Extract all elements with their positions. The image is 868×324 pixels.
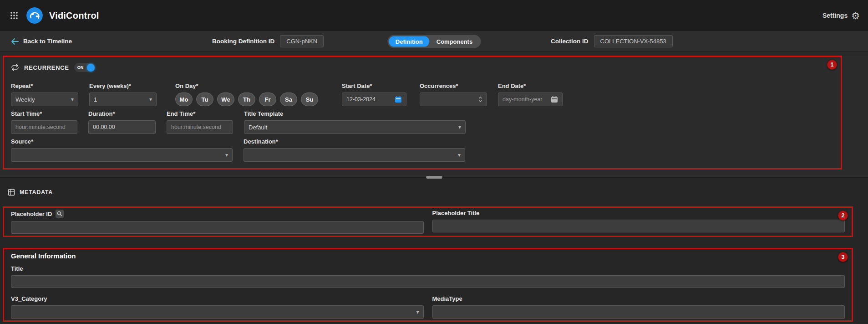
title-template-select[interactable]: Default ▾ — [244, 120, 466, 134]
every-weeks-select[interactable]: 1 ▾ — [89, 93, 157, 106]
v3-category-select[interactable]: ▾ — [11, 305, 424, 319]
day-button-sa[interactable]: Sa — [280, 93, 297, 106]
end-date-control — [498, 93, 563, 106]
definition-components-switch: Definition Components — [387, 35, 481, 48]
destination-field: Destination* ▾ — [244, 138, 465, 162]
chevron-down-icon: ▾ — [149, 97, 152, 102]
section-divider — [0, 177, 868, 178]
end-date-field: End Date* — [498, 82, 563, 106]
grid-icon — [8, 189, 15, 196]
recurrence-header: RECURRENCE ON — [11, 63, 834, 72]
breadcrumb-bar: Back to Timeline Booking Definition ID C… — [0, 31, 868, 52]
vidicontrol-logo-icon — [26, 7, 43, 24]
back-arrow-icon — [11, 38, 19, 45]
placeholder-id-input[interactable] — [11, 221, 424, 234]
day-button-group: Mo Tu We Th Fr Sa Su — [175, 93, 318, 106]
tab-components[interactable]: Components — [430, 36, 479, 46]
occurrences-field: Occurrences* — [420, 82, 487, 106]
placeholder-title-field: Placeholder Title — [432, 210, 845, 234]
media-type-label: MediaType — [432, 295, 845, 302]
placeholder-id-label: Placeholder ID — [11, 211, 52, 217]
source-field: Source* ▾ — [11, 138, 233, 162]
on-day-field: On Day* Mo Tu We Th Fr Sa Su — [175, 82, 318, 106]
day-button-su[interactable]: Su — [301, 93, 318, 106]
title-input[interactable] — [11, 275, 845, 288]
general-information-annotated-panel: 3 General Information Title V3_Category … — [3, 248, 853, 322]
recurrence-row-2: Start Time* Duration* End Time* — [11, 110, 834, 134]
tab-definition[interactable]: Definition — [389, 36, 430, 46]
booking-definition-id-value: CGN-pNKN — [280, 35, 324, 47]
placeholder-title-input[interactable] — [432, 220, 845, 232]
toggle-thumb — [87, 64, 95, 72]
placeholder-title-label: Placeholder Title — [432, 210, 480, 216]
chevron-down-icon: ▾ — [416, 309, 419, 315]
apps-grid-icon[interactable] — [8, 10, 20, 21]
metadata-header: METADATA — [0, 178, 868, 196]
every-weeks-field: Every (weeks)* 1 ▾ — [89, 82, 157, 106]
calendar-icon[interactable] — [551, 96, 558, 103]
duration-control — [88, 120, 156, 134]
repeat-label: Repeat* — [11, 82, 78, 89]
toggle-on-label: ON — [77, 65, 84, 70]
day-button-we[interactable]: We — [217, 93, 234, 106]
recurrence-title: RECURRENCE — [24, 64, 69, 71]
start-time-label: Start Time* — [11, 110, 77, 117]
metadata-title: METADATA — [20, 189, 53, 195]
occurrences-label: Occurrences* — [420, 82, 487, 89]
day-button-fr[interactable]: Fr — [259, 93, 276, 106]
annotation-badge-1: 1 — [827, 60, 837, 70]
every-weeks-value: 1 — [94, 96, 147, 103]
calendar-icon[interactable] — [395, 96, 402, 103]
start-date-control — [342, 93, 406, 106]
occurrences-control — [420, 93, 487, 106]
title-label: Title — [11, 265, 845, 272]
day-button-th[interactable]: Th — [238, 93, 255, 106]
source-select[interactable]: ▾ — [11, 148, 233, 162]
media-type-field: MediaType — [432, 295, 845, 319]
repeat-field: Repeat* Weekly ▾ — [11, 82, 78, 106]
recurrence-row-1: Repeat* Weekly ▾ Every (weeks)* 1 ▾ On D… — [11, 82, 834, 106]
v3-category-field: V3_Category ▾ — [11, 295, 424, 319]
end-date-input[interactable] — [503, 96, 548, 103]
spinner-arrows-icon[interactable] — [478, 96, 482, 103]
duration-label: Duration* — [88, 110, 156, 117]
day-button-mo[interactable]: Mo — [175, 93, 193, 106]
placeholder-annotated-panel: 2 Placeholder ID — [3, 206, 853, 237]
chevron-down-icon: ▾ — [458, 152, 461, 158]
title-template-label: Title Template — [244, 110, 466, 117]
collection-id-value: COLLECTION-VX-54853 — [594, 35, 673, 47]
start-date-field: Start Date* — [342, 82, 406, 106]
end-time-control — [167, 120, 233, 134]
duration-input[interactable] — [93, 124, 151, 130]
settings-button[interactable]: Settings ⚙ — [822, 11, 860, 21]
placeholder-id-field: Placeholder ID — [11, 210, 424, 234]
destination-label: Destination* — [244, 138, 465, 145]
repeat-icon — [11, 64, 19, 71]
repeat-select[interactable]: Weekly ▾ — [11, 93, 78, 106]
recurrence-annotated-panel: 1 RECURRENCE ON Repeat* Weekly ▾ — [3, 56, 842, 170]
chevron-down-icon: ▾ — [71, 97, 74, 102]
back-to-timeline-button[interactable]: Back to Timeline — [11, 31, 72, 51]
title-field: Title — [11, 265, 845, 288]
recurrence-on-toggle[interactable]: ON — [74, 63, 95, 72]
top-app-bar: VidiControl Settings ⚙ — [0, 0, 868, 31]
start-date-input[interactable] — [346, 96, 392, 103]
every-weeks-label: Every (weeks)* — [89, 82, 157, 89]
media-type-input[interactable] — [432, 305, 845, 319]
start-date-label: Start Date* — [342, 82, 406, 89]
start-time-control — [11, 120, 77, 134]
back-label: Back to Timeline — [23, 38, 72, 45]
app-window: VidiControl Settings ⚙ Back to Timeline … — [0, 0, 868, 324]
occurrences-input[interactable] — [424, 96, 476, 103]
start-time-input[interactable] — [15, 124, 73, 130]
destination-select[interactable]: ▾ — [244, 148, 465, 162]
chevron-down-icon: ▾ — [225, 152, 228, 158]
split-handle[interactable] — [426, 176, 442, 179]
collection-group: Collection ID COLLECTION-VX-54853 — [551, 31, 673, 51]
search-icon[interactable] — [56, 210, 64, 218]
end-date-label: End Date* — [498, 82, 563, 89]
end-time-input[interactable] — [171, 124, 228, 130]
day-button-tu[interactable]: Tu — [196, 93, 213, 106]
settings-label: Settings — [822, 12, 848, 19]
metadata-section: METADATA 2 Placeholder ID — [0, 178, 868, 324]
